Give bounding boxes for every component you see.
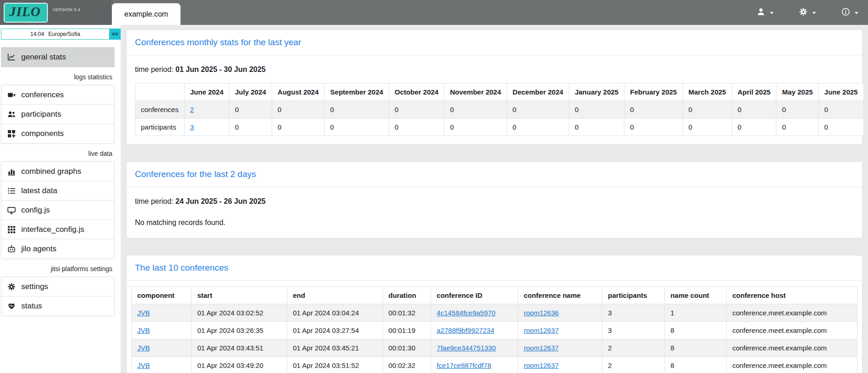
sidebar-item-jilo-agents[interactable]: jilo agents [1, 239, 114, 259]
gear-icon [799, 7, 808, 18]
table-link[interactable]: JVB [137, 309, 150, 317]
table-link[interactable]: 2 [190, 106, 194, 113]
column-header: August 2024 [272, 83, 324, 101]
table-cell: conference.meet.example.com [727, 339, 857, 357]
sidebar-item-interface-config-js[interactable]: interface_config.js [1, 220, 114, 239]
table-link[interactable]: fce17ce887fcdf78 [437, 361, 491, 369]
column-header: June 2024 [184, 83, 229, 101]
table-row: conferences2000000000000 [135, 101, 864, 118]
table-cell: conference.meet.example.com [727, 304, 857, 322]
sidebar-section-jitsi-platforms-settings: jitsi platforms settings [0, 259, 121, 277]
sidebar-item-settings[interactable]: settings [1, 277, 114, 296]
table-cell: 0 [507, 118, 569, 136]
sidebar-collapse-button[interactable]: << [110, 29, 121, 40]
clock: 14:04 Europe/Sofia [1, 29, 110, 40]
video-camera-icon [7, 91, 16, 99]
table-cell: 0 [569, 118, 624, 136]
sidebar-item-general-stats[interactable]: general stats [1, 47, 114, 67]
topbar: JILO VERSION 0.4 example.com [0, 0, 868, 25]
time-period-value: 01 Jun 2025 - 30 Jun 2025 [175, 65, 266, 73]
column-header: component [132, 287, 192, 304]
sidebar-item-config-js[interactable]: config.js [1, 201, 114, 220]
monitor-icon [7, 206, 16, 214]
table-link[interactable]: 3 [190, 123, 194, 131]
user-menu-toggle[interactable] [757, 7, 774, 18]
sidebar-group-logs: conferences participants components [1, 85, 115, 144]
table-cell: 2 [602, 339, 665, 357]
column-header: January 2025 [569, 83, 624, 101]
card-body: time period: 01 Jun 2025 - 30 Jun 2025 J… [127, 55, 862, 144]
table-link[interactable]: JVB [137, 344, 150, 352]
main-content: Conferences monthly stats for the last y… [121, 0, 868, 373]
time-period: time period: 01 Jun 2025 - 30 Jun 2025 [135, 65, 856, 74]
column-header: end [287, 287, 383, 304]
column-header: conference host [727, 287, 857, 304]
table-link[interactable]: room12637 [524, 344, 559, 352]
table-cell: 00:02:32 [383, 357, 431, 373]
column-header: conference name [518, 287, 602, 304]
table-cell: 01 Apr 2024 03:45:21 [287, 339, 383, 357]
card-body: time period: 24 Jun 2025 - 26 Jun 2025 N… [127, 187, 862, 238]
table-cell: 3 [184, 118, 229, 136]
heart-pulse-icon [7, 302, 16, 310]
chart-line-icon [7, 53, 16, 61]
table-cell: conference.meet.example.com [727, 357, 857, 373]
column-header: April 2025 [732, 83, 776, 101]
table-link[interactable]: room12637 [524, 326, 559, 334]
list-icon [7, 187, 16, 195]
column-header: June 2025 [819, 83, 864, 101]
table-link[interactable]: JVB [137, 326, 150, 334]
clock-timezone: Europe/Sofia [48, 31, 80, 37]
table-cell: 01 Apr 2024 03:27:54 [287, 322, 383, 339]
table-cell: 00:01:32 [383, 304, 431, 322]
time-period-label: time period: [135, 65, 174, 73]
table-cell: 0 [819, 101, 864, 118]
table-header-row: June 2024July 2024August 2024September 2… [135, 83, 864, 101]
time-period: time period: 24 Jun 2025 - 26 Jun 2025 [135, 197, 856, 206]
chevron-down-icon [854, 8, 859, 17]
clock-time: 14:04 [30, 31, 44, 37]
tab-example-com[interactable]: example.com [112, 3, 181, 25]
table-row: JVB01 Apr 2024 03:43:5101 Apr 2024 03:45… [132, 339, 857, 357]
chevron-down-icon [769, 8, 774, 17]
monthly-stats-table: June 2024July 2024August 2024September 2… [135, 83, 864, 136]
column-header: duration [383, 287, 431, 304]
table-cell: room12637 [518, 357, 602, 373]
table-cell: 1 [664, 304, 727, 322]
table-header-row: componentstartenddurationconference IDco… [132, 287, 857, 304]
settings-menu-toggle[interactable] [799, 7, 816, 18]
column-header: start [192, 287, 287, 304]
sidebar-item-latest-data[interactable]: latest data [1, 181, 114, 201]
sidebar-item-status[interactable]: status [1, 296, 114, 316]
sidebar-group-live: combined graphs latest data config.js in… [1, 161, 115, 259]
table-cell: 0 [624, 101, 683, 118]
table-cell: 0 [569, 101, 624, 118]
sidebar-section-logs-statistics: logs statistics [0, 67, 121, 85]
table-link[interactable]: 7fae9ce344751330 [437, 344, 495, 352]
sidebar-item-combined-graphs[interactable]: combined graphs [1, 162, 114, 181]
table-row: JVB01 Apr 2024 03:02:5201 Apr 2024 03:04… [132, 304, 857, 322]
column-header: conference ID [431, 287, 518, 304]
sidebar-group-general: general stats [1, 47, 115, 67]
table-cell: 0 [507, 101, 569, 118]
table-cell: 00:01:30 [383, 339, 431, 357]
app-logo: JILO [4, 3, 48, 23]
table-cell: 0 [776, 101, 819, 118]
time-period-value: 24 Jun 2025 - 26 Jun 2025 [175, 197, 266, 205]
table-link[interactable]: 4c14584fce9a5970 [437, 309, 495, 317]
sidebar-item-conferences[interactable]: conferences [1, 85, 114, 105]
table-link[interactable]: room12637 [524, 361, 559, 369]
table-link[interactable]: room12636 [524, 309, 559, 317]
sidebar-item-participants[interactable]: participants [1, 105, 114, 124]
topbar-brand-area: JILO VERSION 0.4 [0, 0, 111, 25]
table-cell: 0 [776, 118, 819, 136]
info-icon [841, 7, 850, 18]
table-link[interactable]: a2788f9bf9927234 [437, 326, 494, 334]
card-title-monthly-stats: Conferences monthly stats for the last y… [135, 37, 854, 47]
column-header: February 2025 [624, 83, 683, 101]
gear-icon [7, 283, 16, 291]
table-cell: room12637 [518, 339, 602, 357]
table-link[interactable]: JVB [137, 361, 150, 369]
info-menu-toggle[interactable] [841, 7, 859, 18]
sidebar-item-components[interactable]: components [1, 124, 114, 143]
